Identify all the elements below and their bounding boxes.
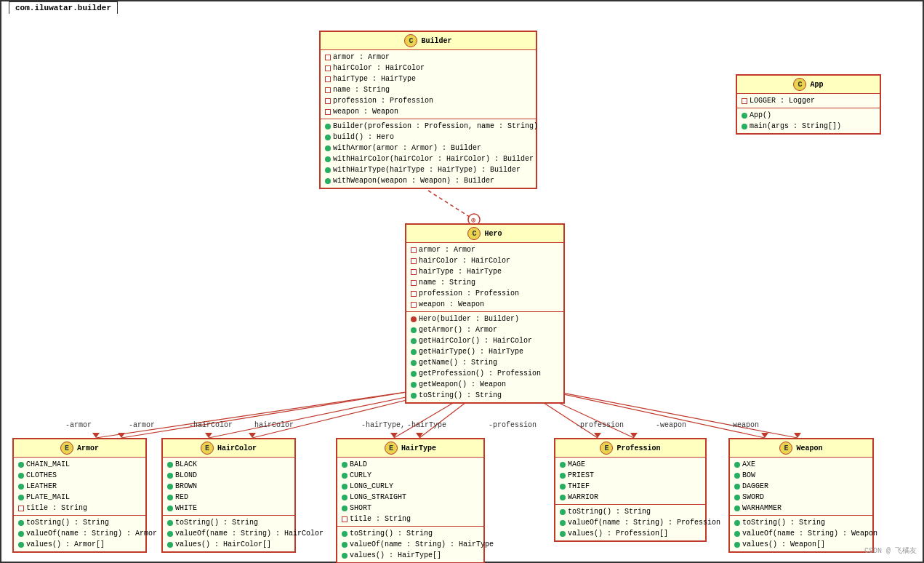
app-type-icon: C <box>793 78 806 91</box>
hairtype-enums: BALD CURLY LONG_CURLY LONG_STRAIGHT SHOR… <box>337 458 483 527</box>
svg-marker-22 <box>794 433 801 438</box>
svg-marker-4 <box>92 433 100 438</box>
hero-header: C Hero <box>406 225 563 243</box>
weapon-header: E Weapon <box>730 439 872 458</box>
svg-line-5 <box>121 391 416 438</box>
profession-class: E Profession MAGE PRIEST THIEF WARRIOR t… <box>554 438 707 542</box>
profession-methods: toString() : String valueOf(name : Strin… <box>555 505 705 540</box>
hero-title: Hero <box>484 230 502 238</box>
label-hairtype1: -hairType, <box>361 421 405 429</box>
svg-marker-20 <box>761 433 768 438</box>
label-haircolor2: hairColor <box>254 421 294 429</box>
svg-line-7 <box>209 391 438 438</box>
builder-fields: armor : Armor hairColor : HairColor hair… <box>321 50 536 119</box>
app-fields: LOGGER : Logger <box>737 94 880 108</box>
app-header: C App <box>737 76 880 94</box>
haircolor-methods: toString() : String valueOf(name : Strin… <box>163 516 294 551</box>
label-weapon1: -weapon <box>656 421 686 429</box>
armor-methods: toString() : String valueOf(name : Strin… <box>14 516 145 551</box>
builder-title: Builder <box>421 37 451 45</box>
builder-methods: Builder(profession : Profession, name : … <box>321 119 536 188</box>
label-profession2: -profession <box>576 421 624 429</box>
svg-marker-12 <box>390 433 398 438</box>
watermark: CSDN @ 飞橘友 <box>864 546 917 556</box>
svg-marker-10 <box>249 433 256 438</box>
builder-header: C Builder <box>321 32 536 50</box>
weapon-type-icon: E <box>779 442 792 455</box>
hairtype-methods: toString() : String valueOf(name : Strin… <box>337 527 483 562</box>
svg-line-19 <box>547 391 765 438</box>
weapon-methods: toString() : String valueOf(name : Strin… <box>730 516 872 551</box>
profession-enums: MAGE PRIEST THIEF WARRIOR <box>555 458 705 505</box>
weapon-enums: AXE BOW DAGGER SWORD WARHAMMER <box>730 458 872 516</box>
svg-line-0 <box>428 191 474 220</box>
hero-type-icon: C <box>467 227 481 240</box>
app-title: App <box>810 81 823 89</box>
hero-methods: Hero(builder : Builder) getArmor() : Arm… <box>406 312 563 402</box>
armor-header: E Armor <box>14 439 145 458</box>
label-hairtype2: -hairType <box>407 421 446 429</box>
label-armor1: -armor <box>65 421 92 429</box>
label-armor2: -armor <box>129 421 155 429</box>
svg-line-3 <box>96 391 416 438</box>
label-profession1: -profession <box>489 421 537 429</box>
weapon-class: E Weapon AXE BOW DAGGER SWORD WARHAMMER … <box>728 438 874 553</box>
hero-class: C Hero armor : Armor hairColor : HairCol… <box>405 223 565 404</box>
weapon-title: Weapon <box>796 444 822 452</box>
armor-class: E Armor CHAIN_MAIL CLOTHES LEATHER PLATE… <box>12 438 147 553</box>
builder-class: C Builder armor : Armor hairColor : Hair… <box>319 31 537 189</box>
label-weapon2: -weapon <box>728 421 759 429</box>
package-tab: com.iluwatar.builder <box>9 1 118 14</box>
haircolor-title: HairColor <box>217 444 257 452</box>
svg-line-21 <box>550 391 798 438</box>
svg-marker-18 <box>630 433 638 438</box>
haircolor-header: E HairColor <box>163 439 294 458</box>
hero-fields: armor : Armor hairColor : HairColor hair… <box>406 243 563 312</box>
builder-type-icon: C <box>404 34 417 47</box>
hairtype-type-icon: E <box>385 442 398 455</box>
app-methods: App() main(args : String[]) <box>737 108 880 133</box>
armor-title: Armor <box>77 444 99 452</box>
hairtype-header: E HairType <box>337 439 483 458</box>
armor-type-icon: E <box>60 442 73 455</box>
haircolor-class: E HairColor BLACK BLOND BROWN RED WHITE … <box>161 438 296 553</box>
profession-title: Profession <box>616 444 660 452</box>
svg-marker-8 <box>205 433 212 438</box>
hairtype-class: E HairType BALD CURLY LONG_CURLY LONG_ST… <box>336 438 485 563</box>
app-class: C App LOGGER : Logger App() main(args : … <box>736 74 881 135</box>
label-haircolor1: -hairColor <box>189 421 233 429</box>
profession-header: E Profession <box>555 439 705 458</box>
hairtype-title: HairType <box>401 444 436 452</box>
haircolor-type-icon: E <box>201 442 214 455</box>
haircolor-enums: BLACK BLOND BROWN RED WHITE <box>163 458 294 516</box>
svg-marker-6 <box>118 433 125 438</box>
svg-marker-14 <box>416 433 423 438</box>
canvas: com.iluwatar.builder ⊕ -armor <box>0 0 924 563</box>
svg-marker-16 <box>594 433 601 438</box>
profession-type-icon: E <box>600 442 613 455</box>
armor-enums: CHAIN_MAIL CLOTHES LEATHER PLATE_MAIL ti… <box>14 458 145 516</box>
